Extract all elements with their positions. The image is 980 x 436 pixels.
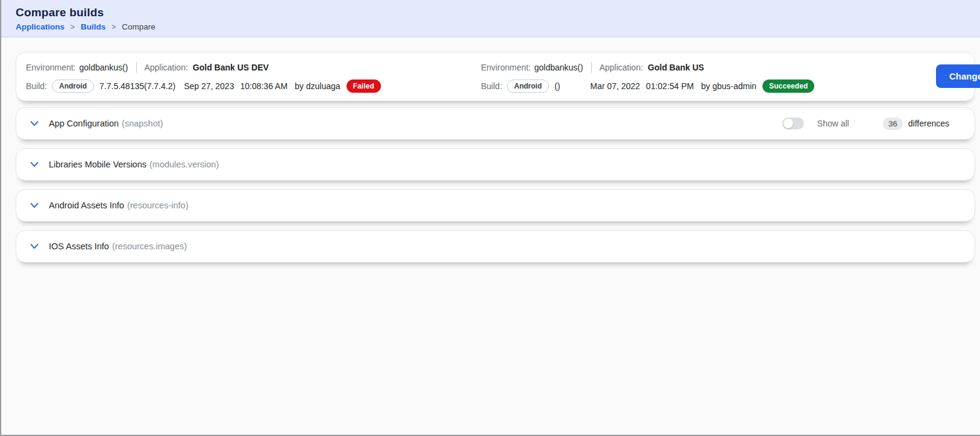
show-all-toggle[interactable] <box>782 117 804 129</box>
build-right-build-row: Build: Android () Mar 07, 2022 01:02:54 … <box>481 79 936 93</box>
section-key: (snapshot) <box>122 119 163 128</box>
breadcrumb-applications[interactable]: Applications <box>16 22 64 31</box>
build-version: 7.7.5.48135(7.7.4.2) <box>99 81 175 91</box>
section-title: IOS Assets Info <box>49 241 109 251</box>
chevron-down-icon[interactable] <box>29 159 40 170</box>
build-right-column: Environment: goldbankus() Application: G… <box>481 61 936 93</box>
section-title-wrap: Android Assets Info (resources-info) <box>49 201 188 210</box>
section-key: (resources.images) <box>112 241 187 251</box>
build-time: 10:08:36 AM <box>240 81 287 91</box>
build-left-column: Environment: goldbankus() Application: G… <box>26 61 481 93</box>
chevron-down-icon[interactable] <box>29 200 40 211</box>
platform-badge: Android <box>507 79 549 93</box>
page-title: Compare builds <box>16 6 966 19</box>
divider <box>591 62 592 73</box>
build-label: Build: <box>481 81 502 91</box>
section-title: Android Assets Info <box>49 201 124 210</box>
section-title-wrap: Libraries Mobile Versions (modules.versi… <box>49 160 219 169</box>
divider <box>136 62 137 73</box>
section-app-configuration[interactable]: App Configuration (snapshot) Show all 36… <box>16 107 975 140</box>
differences-label: differences <box>908 119 949 128</box>
show-all-label: Show all <box>817 119 849 128</box>
section-ios-assets-info[interactable]: IOS Assets Info (resources.images) <box>16 230 975 263</box>
build-left-info-row: Environment: goldbankus() Application: G… <box>26 61 481 74</box>
section-title-wrap: IOS Assets Info (resources.images) <box>49 241 187 251</box>
chevron-down-icon[interactable] <box>29 118 40 129</box>
section-android-assets-info[interactable]: Android Assets Info (resources-info) <box>16 189 975 222</box>
section-libraries-mobile-versions[interactable]: Libraries Mobile Versions (modules.versi… <box>16 148 975 181</box>
change-build-button[interactable]: Change build <box>936 64 980 88</box>
section-key: (resources-info) <box>127 201 189 210</box>
build-version: () <box>554 81 560 91</box>
breadcrumb-separator-icon: > <box>112 23 116 31</box>
build-compare-card: Environment: goldbankus() Application: G… <box>16 52 975 101</box>
application-label: Application: <box>144 63 187 72</box>
breadcrumb: Applications > Builds > Compare <box>16 22 966 31</box>
section-title: App Configuration <box>49 119 119 128</box>
environment-label: Environment: <box>481 63 530 72</box>
build-columns: Environment: goldbankus() Application: G… <box>26 61 936 93</box>
section-key: (modules.version) <box>149 160 219 169</box>
environment-value: goldbankus() <box>534 63 583 72</box>
build-date: Mar 07, 2022 <box>590 81 640 91</box>
build-date: Sep 27, 2023 <box>184 81 234 91</box>
status-badge-failed: Failed <box>347 79 381 93</box>
section-title: Libraries Mobile Versions <box>49 160 146 169</box>
application-label: Application: <box>599 63 642 72</box>
breadcrumb-separator-icon: > <box>71 23 75 31</box>
chevron-down-icon[interactable] <box>29 241 40 252</box>
build-left-build-row: Build: Android 7.7.5.48135(7.7.4.2) Sep … <box>26 79 481 93</box>
build-time: 01:02:54 PM <box>646 81 694 91</box>
build-author: by dzuluaga <box>295 81 341 91</box>
environment-value: goldbankus() <box>79 63 128 72</box>
toggle-knob <box>784 119 793 128</box>
section-title-wrap: App Configuration (snapshot) <box>49 119 163 128</box>
main-content: Environment: goldbankus() Application: G… <box>1 37 980 263</box>
build-right-info-row: Environment: goldbankus() Application: G… <box>481 61 936 74</box>
application-value: Gold Bank US DEV <box>193 63 269 72</box>
application-value: Gold Bank US <box>648 63 704 72</box>
build-author: by gbus-admin <box>701 81 756 91</box>
breadcrumb-current: Compare <box>122 22 155 31</box>
section-controls: Show all 36 differences <box>782 117 949 130</box>
environment-label: Environment: <box>26 63 75 72</box>
differences-count-badge: 36 <box>883 117 903 130</box>
platform-badge: Android <box>52 79 94 93</box>
breadcrumb-builds[interactable]: Builds <box>81 22 105 31</box>
page-header: Compare builds Applications > Builds > C… <box>1 0 980 37</box>
status-badge-succeeded: Succeeded <box>762 79 814 93</box>
build-label: Build: <box>26 81 47 91</box>
